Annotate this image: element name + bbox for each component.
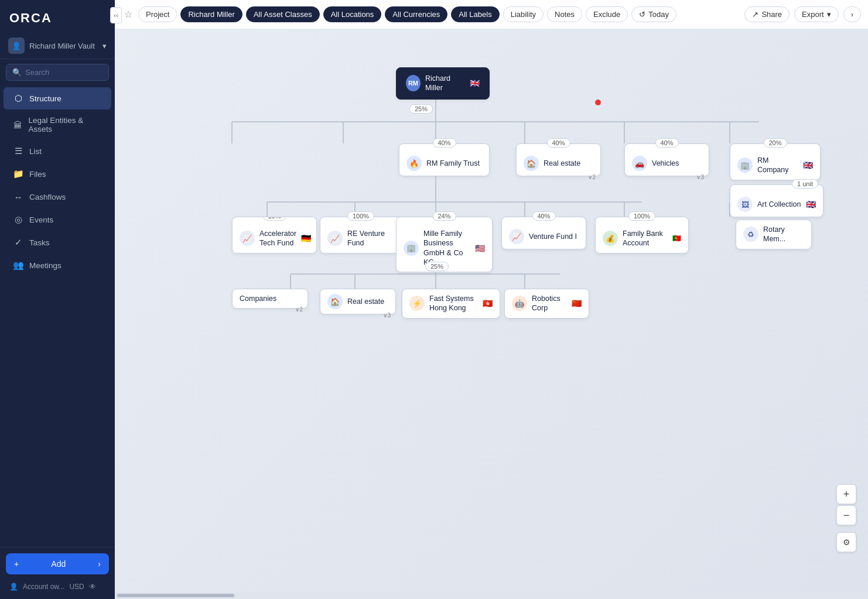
art-icon: 🖼 — [737, 197, 753, 212]
node-accelerator-tech[interactable]: 10% 📈 Accelerator Tech Fund 🇩🇪 — [232, 217, 317, 254]
node-venture-fund-1[interactable]: 40% 📈 Venture Fund I — [501, 217, 586, 249]
real-estate-2-icon: 🏠 — [327, 294, 343, 309]
account-row: 👤 Account ow... USD 👁 — [6, 580, 109, 593]
pct-badge-rm-company: 20% — [763, 138, 787, 148]
all-asset-classes-button[interactable]: All Asset Classes — [246, 6, 320, 22]
node-vehicles[interactable]: 40% 🚗 Vehicles ∨3 — [624, 143, 709, 176]
robotics-flag: 🇨🇳 — [572, 299, 582, 308]
pct-badge-accelerator: 10% — [262, 217, 286, 221]
all-labels-button[interactable]: All Labels — [451, 6, 499, 22]
export-button[interactable]: Export ▾ — [794, 6, 839, 22]
node-label: Robotics Corp — [532, 294, 567, 313]
sidebar-item-tasks[interactable]: ✓ Tasks — [4, 231, 111, 254]
node-label: Real estate — [544, 159, 580, 168]
sidebar-item-files[interactable]: 📁 Files — [4, 163, 111, 185]
node-label: RE Venture Fund — [347, 229, 394, 248]
canvas[interactable]: RM Richard Miller 🇬🇧 25% 40% 🔥 RM Family… — [115, 29, 868, 599]
sidebar-collapse-button[interactable]: ‹‹ — [110, 7, 122, 23]
share-button[interactable]: ↗ Share — [744, 6, 790, 22]
pct-badge-re-venture: 100% — [347, 211, 374, 221]
node-rotary[interactable]: ♻ Rotary Mem... — [736, 220, 812, 249]
sidebar-item-list[interactable]: ☰ List — [4, 140, 111, 162]
sidebar-bottom: + Add › 👤 Account ow... USD 👁 — [0, 547, 115, 599]
red-dot-indicator — [595, 100, 601, 105]
all-locations-button[interactable]: All Locations — [323, 6, 382, 22]
notes-label: Notes — [555, 10, 575, 19]
all-labels-label: All Labels — [459, 10, 491, 19]
node-label: Rotary Mem... — [763, 225, 804, 244]
node-richard-miller[interactable]: RM Richard Miller 🇬🇧 — [396, 67, 490, 100]
node-rm-company[interactable]: 20% 🏢 RM Company 🇬🇧 — [730, 143, 821, 180]
eye-icon: 👁 — [89, 583, 96, 591]
add-plus-icon: + — [14, 559, 19, 569]
vault-chevron-icon: ▾ — [102, 42, 107, 50]
vehicles-icon: 🚗 — [632, 156, 647, 171]
all-currencies-label: All Currencies — [392, 10, 440, 19]
node-label: Family Bank Account — [623, 229, 668, 248]
events-icon: ◎ — [13, 214, 23, 225]
children-count-real-estate-2: ∨3 — [383, 312, 391, 319]
legal-icon: 🏛 — [13, 119, 22, 130]
tasks-icon: ✓ — [13, 237, 23, 248]
node-avatar: RM — [406, 75, 421, 91]
node-re-venture[interactable]: 100% 📈 RE Venture Fund — [320, 217, 402, 254]
pct-badge-vehicles: 40% — [655, 138, 678, 148]
node-label: Accelerator Tech Fund — [259, 229, 296, 248]
today-button[interactable]: ↺ Today — [631, 6, 676, 22]
sidebar-item-meetings[interactable]: 👥 Meetings — [4, 254, 111, 276]
liability-label: Liability — [511, 10, 536, 19]
vault-selector[interactable]: 👤 Richard Miller Vault ▾ — [0, 33, 115, 59]
node-real-estate-2[interactable]: 🏠 Real estate ∨3 — [320, 289, 396, 314]
zoom-out-button[interactable]: − — [836, 505, 856, 525]
node-label: Venture Fund I — [529, 232, 577, 241]
exclude-button[interactable]: Exclude — [586, 6, 628, 22]
sidebar-item-events[interactable]: ◎ Events — [4, 208, 111, 231]
add-label: Add — [51, 559, 66, 569]
mille-icon: 🏢 — [404, 241, 419, 256]
liability-button[interactable]: Liability — [503, 6, 544, 22]
project-button[interactable]: Project — [138, 6, 177, 22]
bottom-scrollbar[interactable] — [115, 592, 868, 599]
node-label: RM Family Trust — [426, 159, 480, 168]
node-art-collection[interactable]: 1 unit 🖼 Art Collection 🇬🇧 — [730, 184, 823, 217]
today-label: Today — [648, 10, 669, 19]
files-icon: 📁 — [13, 169, 23, 179]
add-button[interactable]: + Add › — [6, 553, 109, 574]
sidebar-item-cashflows[interactable]: ↔ Cashflows — [4, 186, 111, 208]
expand-button[interactable]: › — [843, 6, 861, 22]
node-companies[interactable]: Companies ∨2 — [232, 289, 308, 309]
structure-icon: ⬡ — [13, 93, 23, 104]
cashflows-icon: ↔ — [13, 191, 23, 202]
rm-company-flag: 🇬🇧 — [803, 160, 813, 170]
node-fast-systems[interactable]: ⚡ Fast Systems Hong Kong 🇭🇰 — [402, 289, 500, 319]
toolbar-right: ↗ Share Export ▾ › — [744, 6, 861, 22]
richard-miller-button[interactable]: Richard Miller — [180, 6, 242, 22]
sidebar-item-legal[interactable]: 🏛 Legal Entities & Assets — [4, 110, 111, 139]
all-currencies-button[interactable]: All Currencies — [385, 6, 447, 22]
node-family-bank[interactable]: 100% 💰 Family Bank Account 🇵🇹 — [595, 217, 689, 254]
children-count-vehicles: ∨3 — [696, 174, 704, 180]
notes-button[interactable]: Notes — [547, 6, 582, 22]
scroll-thumb — [117, 594, 234, 597]
settings-button[interactable]: ⚙ — [836, 532, 856, 552]
real-estate-1-icon: 🏠 — [524, 156, 539, 171]
sidebar-item-label: Meetings — [29, 261, 61, 270]
star-icon[interactable]: ☆ — [122, 6, 135, 22]
node-real-estate-1[interactable]: 40% 🏠 Real estate ∨2 — [516, 143, 601, 176]
node-label: Art Collection — [757, 200, 801, 209]
sidebar-item-structure[interactable]: ⬡ Structure — [4, 87, 111, 109]
root-flag: 🇬🇧 — [470, 78, 480, 88]
accelerator-icon: 📈 — [240, 231, 255, 246]
pct-badge-level3: 25% — [425, 262, 449, 271]
zoom-in-button[interactable]: + — [836, 484, 856, 504]
node-rm-family-trust[interactable]: 40% 🔥 RM Family Trust — [399, 143, 490, 176]
sidebar-item-label: Structure — [29, 94, 61, 103]
node-robotics-corp[interactable]: 🤖 Robotics Corp 🇨🇳 — [504, 289, 589, 319]
fast-systems-icon: ⚡ — [409, 296, 425, 311]
sidebar-nav: ⬡ Structure 🏛 Legal Entities & Assets ☰ … — [0, 87, 115, 277]
search-input[interactable] — [25, 68, 102, 77]
rm-company-icon: 🏢 — [737, 158, 753, 173]
node-label: Real estate — [347, 297, 384, 306]
sidebar-item-label: Legal Entities & Assets — [28, 116, 102, 134]
vault-icon: 👤 — [8, 37, 25, 54]
